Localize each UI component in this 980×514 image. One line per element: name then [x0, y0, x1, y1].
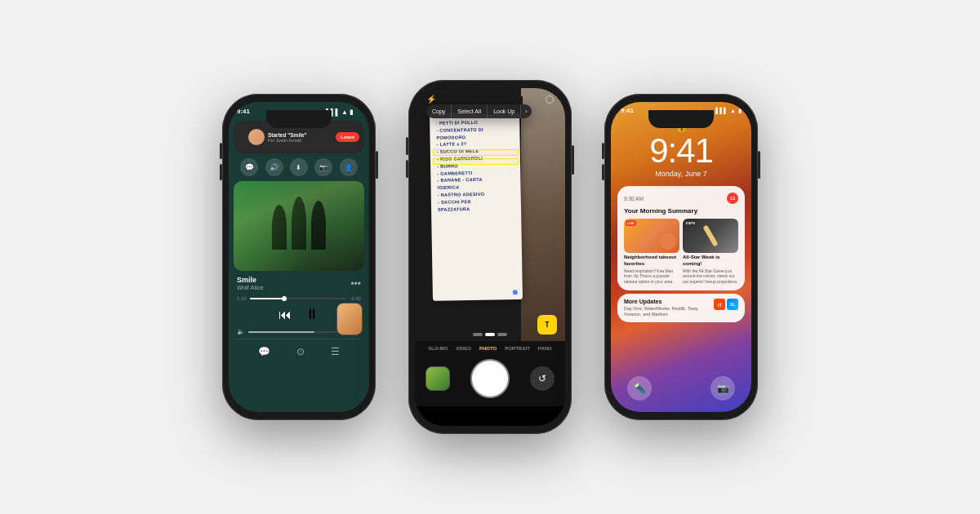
portrait-mode[interactable]: PORTRAIT [505, 346, 530, 351]
camera-lock-button[interactable]: 📷 [710, 376, 735, 401]
rewind-button[interactable]: ⏮ [278, 308, 292, 322]
camera-icon-btn[interactable]: 📷 [314, 158, 332, 176]
text-highlight-2 [433, 158, 519, 165]
volume-bar[interactable] [248, 331, 350, 333]
signal-icon-3: ▌▌▌ [715, 108, 728, 113]
download-icon-btn[interactable]: ⬇ [290, 158, 308, 176]
phone-3-screen: 9:41 ▌▌▌ ▲ ▮ 🔓 9:41 Monday, June 7 9:30 … [611, 102, 751, 412]
video-mode[interactable]: VIDEO [456, 346, 471, 351]
background-scene [521, 88, 565, 341]
facetime-icons-row: 💬 🔊 ⬇ 📷 👤 [229, 155, 369, 179]
lockscreen-bottom-row: 🔦 📷 [611, 376, 751, 401]
message-icon-btn[interactable]: 💬 [240, 158, 258, 176]
lockscreen-status-icons: ▌▌▌ ▲ ▮ [715, 108, 742, 114]
song-info: Smile Wolf Alice ••• [229, 273, 369, 295]
news-headline-2: All-Star Week is coming! [683, 255, 738, 268]
progress-bar[interactable]: 1:15 -2:42 [229, 295, 369, 303]
volume-fill [248, 331, 314, 333]
notification-time: 9:30 AM [624, 196, 644, 202]
pill-3 [497, 333, 507, 336]
song-details: Smile Wolf Alice [237, 276, 264, 291]
more-updates-title: More Updates [624, 299, 714, 304]
sl-icon: SL [727, 299, 738, 310]
news-headline-1: Neighborhood takeout favorites [624, 255, 679, 268]
live-text-icon[interactable]: T [537, 315, 557, 335]
power-btn-3[interactable] [758, 151, 760, 179]
seek-fill [250, 298, 284, 299]
phone-3-notch [648, 110, 714, 128]
lockscreen-background: 9:41 ▌▌▌ ▲ ▮ 🔓 9:41 Monday, June 7 9:30 … [611, 102, 751, 412]
facetime-thumb-content [337, 304, 362, 335]
message-icon: 💬 [245, 163, 254, 171]
slo-mo-mode[interactable]: SLO-MO [428, 346, 448, 351]
power-button[interactable] [376, 151, 378, 179]
song-artist: Wolf Alice [237, 284, 264, 291]
leave-button[interactable]: Leave [336, 132, 359, 142]
vol-up-btn-3[interactable] [602, 143, 604, 159]
camera-lock-icon: 📷 [717, 383, 729, 394]
news-source-badge-2: ESPN [684, 220, 697, 226]
food-image: LIVE [624, 219, 679, 253]
person-icon: 👤 [345, 164, 353, 171]
text-highlight-1 [433, 149, 519, 156]
person-3 [311, 201, 326, 250]
phone-1-notch [266, 110, 332, 128]
notification-header: 9:30 AM 11 [624, 193, 738, 204]
lyrics-button[interactable]: 💬 [258, 346, 270, 357]
facetime-thumbnail[interactable] [336, 303, 363, 335]
more-updates-card[interactable]: More Updates Day One, WaterMinder, Reddi… [617, 294, 745, 322]
flash-icon[interactable]: ⚡ [426, 95, 436, 104]
volume-icon-btn[interactable]: 🔊 [265, 158, 283, 176]
time-elapsed: 1:15 [237, 296, 247, 301]
queue-button[interactable]: ☰ [331, 346, 340, 357]
power-btn-2[interactable] [572, 145, 574, 175]
album-art [234, 181, 364, 271]
phone-2-camera: ⚡ ▲ Copy Select All Look Up › · PETTI DI… [408, 80, 572, 434]
volume-down-button[interactable] [220, 164, 222, 180]
flip-camera-button[interactable]: ↺ [530, 366, 555, 391]
phone-3-lockscreen: 9:41 ▌▌▌ ▲ ▮ 🔓 9:41 Monday, June 7 9:30 … [604, 94, 758, 420]
lockscreen-time: 9:41 [611, 132, 751, 170]
more-options-button[interactable]: ••• [350, 278, 361, 290]
bottom-icons: 💬 ⊙ ☰ [229, 341, 369, 361]
shutter-button[interactable] [472, 361, 508, 397]
food-circle [660, 233, 676, 250]
person-icon-btn[interactable]: 👤 [340, 158, 358, 176]
news-body-1: Need inspiration? Kea Mao from Up Thai i… [624, 268, 679, 285]
volume-icon: 🔊 [270, 163, 278, 171]
photo-mode-active[interactable]: PHOTO [479, 346, 497, 351]
pause-button[interactable]: ⏸ [305, 306, 319, 323]
sport-image: ESPN [683, 219, 738, 253]
news-image-1: LIVE [624, 219, 679, 253]
flashlight-button[interactable]: 🔦 [627, 376, 652, 401]
camera-modes: SLO-MO VIDEO PHOTO PORTRAIT PANO [415, 346, 565, 351]
wifi-icon: ▲ [341, 109, 348, 116]
vol-down-btn-3[interactable] [602, 164, 604, 180]
copy-menu-item[interactable]: Copy [426, 104, 452, 118]
airplay-button[interactable]: ⊙ [296, 346, 305, 357]
pill-2-active [485, 333, 495, 336]
photo-thumbnail[interactable] [425, 366, 450, 391]
camera-icon: 📷 [319, 164, 327, 171]
volume-min-icon: 🔈 [237, 328, 245, 335]
notification-badge: 11 [727, 193, 738, 204]
pano-mode[interactable]: PANO [538, 346, 552, 351]
news-item-2[interactable]: ESPN All-Star Week is coming! With the A… [683, 219, 738, 284]
news-item-1[interactable]: LIVE Neighborhood takeout favorites Need… [624, 219, 679, 284]
look-up-menu-item[interactable]: Look Up [488, 104, 521, 118]
select-all-menu-item[interactable]: Select All [452, 104, 488, 118]
camera-mode-bar: SLO-MO VIDEO PHOTO PORTRAIT PANO [415, 341, 565, 354]
vol-down-btn-2[interactable] [406, 160, 408, 178]
seek-bar[interactable] [250, 298, 347, 299]
playback-controls: ⏮ ⏸ [229, 303, 369, 326]
more-updates-text: More Updates Day One, WaterMinder, Reddi… [624, 299, 714, 317]
camera-bottom-controls: ↺ [415, 354, 565, 406]
vol-up-btn-2[interactable] [406, 137, 408, 155]
morning-summary-card[interactable]: 9:30 AM 11 Your Morning Summary LIVE [617, 186, 745, 290]
facetime-avatar [248, 129, 265, 145]
text-context-menu: Copy Select All Look Up › [426, 104, 532, 118]
lockscreen-time-status: 9:41 [621, 107, 634, 114]
flashlight-icon: 🔦 [634, 383, 646, 394]
volume-up-button[interactable] [220, 143, 222, 159]
news-source-badge-1: LIVE [626, 220, 636, 226]
